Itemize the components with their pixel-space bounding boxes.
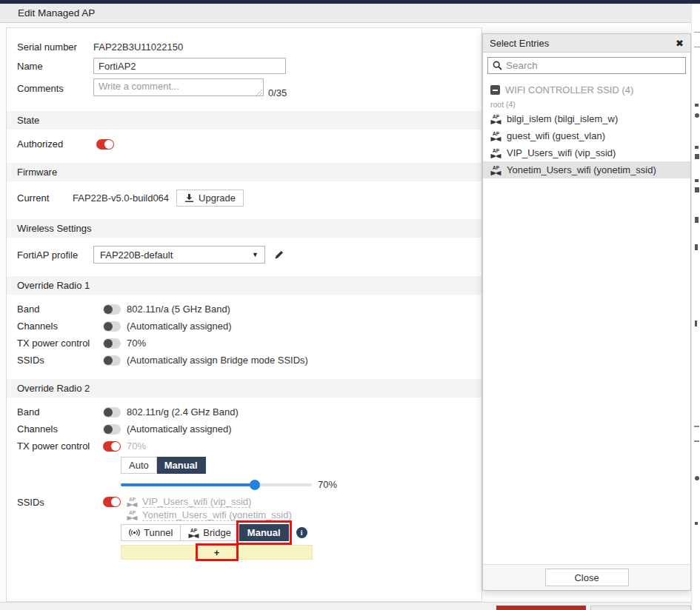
- page-edge-fragment: [694, 426, 699, 427]
- txpower-slider-value: 70%: [318, 479, 337, 490]
- edit-profile-button[interactable]: [274, 249, 284, 260]
- cancel-button-cutoff[interactable]: [590, 606, 691, 610]
- name-label: Name: [17, 61, 93, 72]
- radio1-channels-toggle[interactable]: [103, 321, 121, 332]
- radio2-ssids-entries: AP VIP_Users_wifi (vip_ssid) AP Yonetim_…: [127, 495, 292, 522]
- pencil-icon: [274, 249, 284, 260]
- edit-managed-ap-form: Serial number FAP22B3U11022150 Name Comm…: [6, 27, 482, 602]
- radio2-channels-label: Channels: [17, 423, 93, 435]
- page-edge-strip: [691, 4, 700, 610]
- radio1-txpower-toggle[interactable]: [103, 338, 121, 349]
- page-edge-fragment: [695, 104, 699, 107]
- authorized-toggle[interactable]: [96, 139, 114, 150]
- select-entries-footer: Close: [483, 564, 690, 590]
- ssid-entry-label[interactable]: Yonetim_Users_wifi (yonetim_ssid): [142, 509, 292, 521]
- select-entries-title: Select Entries: [490, 38, 676, 49]
- txpower-mode-segment: Auto Manual: [121, 457, 206, 474]
- radio1-txpower-row: TX power control 70%: [7, 335, 481, 352]
- page-edge-fragment: [695, 113, 699, 118]
- close-icon[interactable]: ✖: [676, 38, 684, 49]
- root-subgroup-label: root (4): [483, 97, 690, 110]
- close-button[interactable]: Close: [545, 569, 629, 586]
- page-edge-fragment: [695, 154, 699, 159]
- page-edge-fragment: [694, 440, 699, 442]
- ap-icon: AP: [127, 510, 138, 520]
- ssid-group-row[interactable]: WIFI CONTROLLER SSID (4): [483, 80, 690, 97]
- radio2-band-value: 802.11n/g (2.4 GHz Band): [127, 406, 239, 418]
- txpower-slider-row: 70%: [7, 476, 481, 493]
- fortiap-profile-select[interactable]: FAP220B-default ▼: [93, 246, 265, 264]
- svg-text:AP: AP: [493, 148, 500, 153]
- radio1-channels-row: Channels (Automatically assigned): [7, 318, 481, 335]
- radio1-band-row: Band 802.11n/a (5 GHz Band): [7, 301, 481, 318]
- comments-label: Comments: [17, 83, 93, 94]
- svg-text:AP: AP: [493, 114, 500, 119]
- radio2-txpower-value: 70%: [127, 440, 146, 452]
- radio2-band-toggle[interactable]: [103, 407, 121, 418]
- list-item-bilgi-islem[interactable]: AP bilgi_islem (bilgi_islem_w): [483, 110, 690, 127]
- authorized-row: Authorized: [7, 135, 481, 152]
- broadcast-icon: [129, 529, 140, 537]
- svg-text:AP: AP: [129, 510, 136, 515]
- page-edge-fragment: [695, 321, 697, 326]
- page-edge-fragment: [695, 179, 699, 182]
- radio1-band-toggle[interactable]: [103, 304, 121, 315]
- chevron-down-icon: ▼: [252, 251, 259, 258]
- txpower-auto-button[interactable]: Auto: [121, 457, 157, 474]
- ssid-manual-button[interactable]: Manual: [239, 524, 289, 541]
- radio2-ssids-toggle[interactable]: [103, 497, 121, 507]
- ssid-tunnel-button[interactable]: Tunnel: [121, 524, 181, 541]
- list-item-guest-wifi[interactable]: AP guest_wifi (guest_vlan): [483, 127, 690, 144]
- radio2-channels-toggle[interactable]: [103, 424, 121, 435]
- ssid-add-row: +: [7, 543, 481, 562]
- search-box: [487, 57, 686, 74]
- slider-knob[interactable]: [250, 480, 260, 490]
- list-item-vip-users-wifi[interactable]: AP VIP_Users_wifi (vip_ssid): [483, 144, 690, 161]
- radio1-ssids-toggle[interactable]: [103, 355, 121, 366]
- authorized-label: Authorized: [17, 138, 93, 150]
- ok-button-cutoff[interactable]: [496, 606, 586, 610]
- ssid-mode-segment: Tunnel AP Bridge Manual: [121, 524, 289, 541]
- radio1-ssids-label: SSIDs: [17, 355, 93, 366]
- ssid-entry-label[interactable]: VIP_Users_wifi (vip_ssid): [142, 496, 251, 508]
- svg-text:AP: AP: [129, 497, 136, 502]
- radio2-txpower-toggle[interactable]: [103, 441, 121, 452]
- add-ssid-button[interactable]: +: [121, 545, 313, 560]
- txpower-slider[interactable]: [121, 480, 312, 490]
- name-input[interactable]: [93, 58, 286, 74]
- page-titlebar: Edit Managed AP: [0, 4, 691, 23]
- comments-row: Comments 0/35: [7, 76, 481, 101]
- page-edge-fragment: [694, 32, 700, 33]
- section-state: State: [7, 111, 481, 130]
- ssid-bridge-button[interactable]: AP Bridge: [181, 524, 239, 541]
- search-input[interactable]: [506, 60, 681, 71]
- list-item-yonetim-users-wifi[interactable]: AP Yonetim_Users_wifi (yonetim_ssid): [483, 161, 690, 178]
- radio2-ssids-row: SSIDs AP VIP_Users_wifi (vip_ssid) AP Yo…: [7, 493, 481, 524]
- ssid-bridge-label: Bridge: [203, 527, 231, 538]
- page-bottom-strip: [0, 602, 691, 610]
- page-edge-fragment: [695, 146, 699, 149]
- firmware-current-row: Current FAP22B-v5.0-build064 Upgrade: [7, 187, 481, 209]
- upgrade-button[interactable]: Upgrade: [176, 190, 244, 207]
- svg-text:AP: AP: [493, 131, 500, 136]
- radio1-band-label: Band: [17, 304, 93, 315]
- collapse-icon[interactable]: [490, 85, 500, 95]
- ap-icon: AP: [490, 114, 501, 124]
- comments-input[interactable]: [93, 78, 264, 96]
- section-override-radio-2: Override Radio 2: [7, 379, 481, 398]
- name-row: Name: [7, 56, 481, 76]
- ssid-entry: AP Yonetim_Users_wifi (yonetim_ssid): [127, 509, 292, 522]
- info-icon: i: [296, 527, 307, 538]
- fortiap-profile-row: FortiAP profile FAP220B-default ▼: [7, 244, 481, 266]
- list-item-label: bilgi_islem (bilgi_islem_w): [507, 113, 618, 124]
- download-icon: [184, 193, 194, 203]
- resize-grip-icon[interactable]: [256, 90, 262, 95]
- list-item-label: Yonetim_Users_wifi (yonetim_ssid): [507, 164, 656, 175]
- radio1-txpower-value: 70%: [127, 338, 146, 349]
- add-ssid-label: +: [214, 547, 220, 558]
- radio1-band-value: 802.11n/a (5 GHz Band): [127, 304, 230, 315]
- txpower-manual-button[interactable]: Manual: [157, 457, 206, 474]
- page-edge-fragment: [694, 47, 700, 47]
- slider-fill: [121, 483, 255, 486]
- ssid-tunnel-label: Tunnel: [144, 527, 173, 538]
